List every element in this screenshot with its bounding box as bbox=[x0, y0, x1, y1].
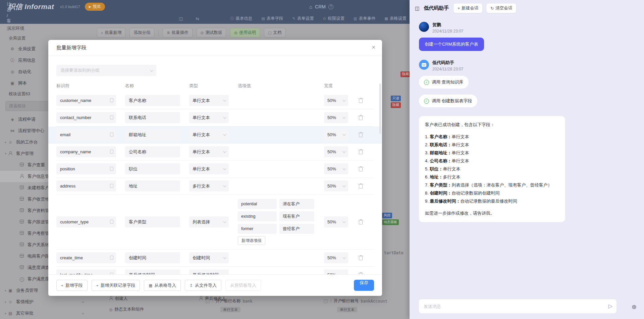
identifier-input[interactable] bbox=[56, 146, 116, 157]
type-select[interactable]: 单行文本 bbox=[189, 112, 229, 123]
delete-icon[interactable] bbox=[359, 255, 363, 260]
delete-icon[interactable] bbox=[359, 219, 363, 224]
chevron-down-icon bbox=[342, 115, 346, 119]
sidebar-item-other-approvals[interactable]: ▸▤其它审批+ bbox=[0, 308, 89, 319]
checkbox[interactable] bbox=[324, 299, 328, 303]
name-input[interactable] bbox=[125, 163, 180, 174]
import-from-file-button[interactable]: ↥从文件导入 bbox=[185, 280, 221, 291]
tab-basic-info[interactable]: ⓘ基本信息 bbox=[230, 16, 252, 21]
help-icon[interactable]: ? bbox=[328, 4, 333, 9]
hidden-badge: 隐藏 bbox=[391, 102, 401, 108]
width-select[interactable]: 50% bbox=[324, 112, 348, 123]
result-field: 2. 联系电话：单行文本 bbox=[425, 141, 559, 149]
panel-toggle-icon[interactable]: ◫ bbox=[179, 16, 183, 21]
delete-icon[interactable] bbox=[359, 183, 363, 189]
test-data-button[interactable]: ◎测试数据 bbox=[197, 28, 226, 38]
type-select[interactable]: 创建时间 bbox=[189, 252, 229, 263]
modal-scrollbar[interactable] bbox=[379, 84, 381, 134]
tool-call-chip-create-fields[interactable]: ✓调用 创建数据表字段 bbox=[419, 95, 477, 107]
tab-form-events[interactable]: ▥表单事件 bbox=[354, 16, 375, 21]
creator-field-chip[interactable]: 创建人 bbox=[109, 296, 128, 302]
add-group-button[interactable]: 添加分组 bbox=[129, 28, 154, 38]
close-icon[interactable]: × bbox=[372, 44, 375, 50]
chevron-down-icon bbox=[223, 150, 226, 153]
delete-icon[interactable] bbox=[359, 166, 363, 171]
bank-account-field[interactable]: ⠿ 开户银行账号 bankAccount bbox=[324, 298, 387, 304]
delete-icon[interactable] bbox=[359, 132, 363, 137]
bulk-add-button[interactable]: +批量新增 bbox=[97, 28, 125, 38]
add-field-button[interactable]: +新增字段 bbox=[56, 280, 88, 291]
width-select[interactable]: 50% bbox=[324, 252, 348, 263]
add-related-field-button[interactable]: +新增关联记录字段 bbox=[92, 280, 140, 291]
name-input[interactable] bbox=[125, 112, 180, 123]
width-select[interactable]: 50% bbox=[324, 95, 348, 106]
type-select[interactable]: 单行文本 bbox=[189, 129, 229, 140]
bulk-actions-button[interactable]: ≣批量操作 bbox=[163, 28, 192, 38]
width-select[interactable]: 50% bbox=[324, 216, 348, 227]
field-id-icon bbox=[110, 184, 113, 188]
field-row: 多行文本 50% bbox=[56, 178, 374, 195]
name-input[interactable] bbox=[125, 95, 180, 106]
delete-icon[interactable] bbox=[359, 115, 363, 120]
add-icon[interactable]: + bbox=[82, 300, 84, 305]
type-select[interactable]: 单行文本 bbox=[189, 95, 229, 106]
name-input[interactable] bbox=[125, 129, 180, 140]
delete-icon[interactable] bbox=[359, 149, 363, 154]
static-text-chip[interactable]: ◎ 静态文本和组件 bbox=[109, 307, 144, 312]
type-select[interactable]: 单行文本 bbox=[189, 163, 229, 174]
type-select[interactable]: 多行文本 bbox=[189, 180, 229, 192]
tab-form-settings[interactable]: ✎表单设置 bbox=[292, 16, 314, 21]
group-select[interactable]: 选择要添加到的分组 bbox=[56, 65, 156, 76]
add-option-button[interactable]: 新增选项值 bbox=[238, 236, 265, 245]
identifier-input[interactable] bbox=[56, 216, 116, 227]
width-select[interactable]: 50% bbox=[324, 129, 348, 140]
width-select[interactable]: 50% bbox=[324, 163, 348, 174]
option-label-input[interactable] bbox=[279, 211, 314, 221]
identifier-input[interactable] bbox=[56, 95, 116, 106]
width-select[interactable]: 50% bbox=[324, 180, 348, 192]
gear-icon: ⚙ bbox=[10, 47, 15, 51]
clear-session-button[interactable]: ↻清空会话 bbox=[486, 3, 516, 13]
panel-collapse-icon[interactable]: ◫ bbox=[415, 5, 420, 11]
attach-icon[interactable]: ⊕ bbox=[632, 304, 637, 310]
bank-name-field[interactable]: ⠿ 开户银行名称 bank bbox=[206, 298, 253, 304]
name-input[interactable] bbox=[125, 180, 180, 192]
preview-button[interactable]: ▶ 预览 bbox=[85, 3, 105, 11]
option-key-input[interactable] bbox=[238, 199, 277, 209]
name-input[interactable] bbox=[125, 146, 180, 157]
collapse-icon[interactable]: ⇆ bbox=[196, 16, 199, 21]
checkbox[interactable] bbox=[206, 299, 210, 303]
tool-call-chip-knowledge[interactable]: ✓调用 查询知识库 bbox=[419, 76, 469, 89]
identifier-input[interactable] bbox=[56, 180, 116, 192]
docs-button[interactable]: ▢文档 bbox=[264, 28, 285, 38]
import-from-table-button[interactable]: ▦从表格导入 bbox=[144, 280, 181, 291]
chat-input[interactable] bbox=[424, 304, 608, 309]
save-button[interactable]: 保存 bbox=[354, 280, 374, 291]
identifier-input[interactable] bbox=[56, 112, 116, 123]
drag-handle-icon[interactable]: ⠿ bbox=[212, 300, 214, 303]
identifier-input[interactable] bbox=[56, 129, 116, 140]
identifier-input[interactable] bbox=[56, 252, 116, 263]
name-input[interactable] bbox=[125, 216, 180, 227]
width-select[interactable]: 50% bbox=[324, 146, 348, 157]
option-label-input[interactable] bbox=[279, 199, 314, 209]
send-icon[interactable]: ▷ bbox=[608, 303, 612, 309]
delete-icon[interactable] bbox=[359, 98, 363, 103]
sidebar-item-customer-relations[interactable]: ▸☺客情维护+ bbox=[0, 296, 89, 308]
add-icon[interactable]: + bbox=[82, 311, 84, 316]
result-field: 3. 邮箱地址：单行文本 bbox=[425, 149, 559, 157]
option-key-input[interactable] bbox=[238, 211, 277, 221]
option-key-input[interactable] bbox=[238, 224, 277, 234]
new-session-button[interactable]: +新建会话 bbox=[453, 3, 482, 13]
type-select[interactable]: 列表选择 bbox=[189, 216, 229, 227]
option-label-input[interactable] bbox=[279, 224, 314, 234]
usage-guide-button[interactable]: ◎使用说明 bbox=[230, 28, 260, 38]
identifier-input[interactable] bbox=[56, 163, 116, 174]
tab-form-fields[interactable]: ▤表单字段 bbox=[261, 16, 283, 21]
type-select[interactable]: 单行文本 bbox=[189, 146, 229, 157]
tab-permission-settings[interactable]: ⊙权限设置 bbox=[323, 16, 344, 21]
tab-table-settings[interactable]: ▦表格设置 bbox=[384, 16, 406, 21]
drag-handle-icon[interactable]: ⠿ bbox=[330, 300, 332, 303]
chevron-down-icon bbox=[223, 184, 226, 187]
name-input[interactable] bbox=[125, 252, 180, 263]
